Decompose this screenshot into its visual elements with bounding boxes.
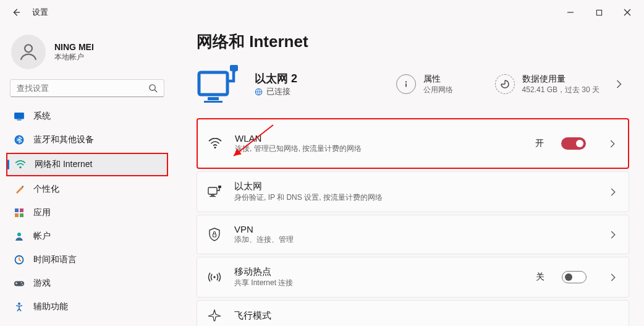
chevron-right-icon[interactable] — [606, 273, 620, 281]
sidebar-item-gaming[interactable]: 游戏 — [6, 273, 168, 294]
sidebar-item-apps[interactable]: 应用 — [6, 202, 168, 223]
svg-rect-21 — [232, 70, 235, 72]
svg-rect-30 — [213, 234, 216, 237]
svg-rect-29 — [218, 186, 221, 188]
card-airplane[interactable]: 飞行模式 — [197, 300, 629, 326]
titlebar: 设置 — [0, 0, 644, 25]
bluetooth-icon — [14, 134, 25, 145]
sidebar-item-label: 个性化 — [33, 184, 59, 195]
svg-rect-18 — [208, 97, 219, 100]
chevron-right-icon[interactable] — [612, 80, 625, 88]
sidebar-item-label: 帐户 — [33, 231, 51, 242]
chevron-right-icon[interactable] — [606, 140, 619, 148]
page-title: 网络和 Internet — [197, 31, 629, 53]
status-row: 以太网 2 已连接 属性 公用网络 数据使用量 452.41 GB， — [197, 65, 629, 103]
card-sub: 共享 Internet 连接 — [234, 278, 293, 288]
svg-point-31 — [213, 276, 215, 278]
minimize-icon — [567, 9, 574, 16]
svg-point-6 — [19, 166, 22, 169]
svg-rect-27 — [211, 195, 214, 196]
system-icon — [14, 111, 25, 122]
close-icon — [624, 9, 631, 16]
sidebar-item-label: 时间和语言 — [33, 254, 77, 265]
main-content: 网络和 Internet 以太网 2 已连接 属性 公用网络 — [174, 25, 644, 326]
close-button[interactable] — [613, 2, 642, 22]
properties-title: 属性 — [423, 74, 453, 85]
svg-rect-0 — [596, 10, 601, 15]
wlan-switch-label: 开 — [535, 138, 544, 149]
svg-rect-24 — [405, 84, 407, 87]
wlan-toggle[interactable] — [561, 137, 586, 150]
svg-point-25 — [214, 147, 216, 148]
hotspot-toggle[interactable] — [562, 271, 587, 283]
search-box[interactable] — [10, 79, 164, 97]
svg-point-16 — [18, 302, 20, 305]
avatar — [11, 35, 46, 69]
svg-rect-26 — [208, 187, 217, 194]
ethernet-big-icon — [197, 65, 242, 103]
sidebar-item-label: 应用 — [33, 207, 51, 218]
user-sub: 本地帐户 — [54, 52, 94, 62]
card-sub: 添加、连接、管理 — [234, 234, 294, 245]
maximize-button[interactable] — [585, 2, 613, 22]
sidebar-item-label: 游戏 — [33, 278, 51, 289]
sidebar-item-accessibility[interactable]: 辅助功能 — [6, 296, 168, 317]
svg-rect-8 — [20, 208, 23, 212]
connection-name: 以太网 2 — [255, 71, 297, 86]
sidebar-item-label: 网络和 Internet — [35, 159, 92, 170]
airplane-icon — [206, 309, 223, 322]
minimize-button[interactable] — [556, 2, 585, 22]
sidebar-item-accounts[interactable]: 帐户 — [6, 226, 168, 247]
apps-icon — [14, 207, 25, 218]
sidebar-item-label: 系统 — [33, 111, 51, 122]
svg-rect-28 — [210, 196, 216, 197]
wifi-icon — [15, 159, 26, 170]
properties-sub: 公用网络 — [423, 85, 453, 95]
sidebar-item-time-language[interactable]: 时间和语言 — [6, 249, 168, 270]
window-title: 设置 — [32, 7, 48, 18]
globe-icon — [255, 88, 263, 96]
data-usage-title: 数据使用量 — [522, 74, 600, 85]
svg-rect-17 — [199, 72, 227, 95]
back-arrow-icon — [12, 8, 20, 17]
accessibility-icon — [14, 301, 25, 312]
card-sub: 身份验证, IP 和 DNS 设置, 按流量计费的网络 — [234, 192, 383, 203]
card-vpn[interactable]: VPN 添加、连接、管理 — [197, 215, 629, 254]
sidebar-item-bluetooth[interactable]: 蓝牙和其他设备 — [6, 129, 168, 150]
clock-icon — [14, 254, 25, 265]
chevron-right-icon[interactable] — [606, 188, 620, 196]
sidebar-item-personalization[interactable]: 个性化 — [6, 179, 168, 200]
svg-point-23 — [405, 81, 406, 82]
svg-rect-3 — [14, 113, 24, 119]
chevron-right-icon[interactable] — [606, 231, 620, 239]
card-wlan[interactable]: WLAN 连接, 管理已知网络, 按流量计费的网络 开 — [197, 118, 629, 169]
card-title: VPN — [234, 224, 294, 234]
data-usage-block[interactable]: 数据使用量 452.41 GB，过去 30 天 — [495, 74, 600, 95]
card-sub: 连接, 管理已知网络, 按流量计费的网络 — [235, 144, 362, 154]
card-title: 以太网 — [234, 181, 383, 192]
shield-icon — [206, 228, 223, 241]
card-ethernet[interactable]: 以太网 身份验证, IP 和 DNS 设置, 按流量计费的网络 — [197, 171, 629, 212]
data-usage-icon — [495, 74, 515, 94]
user-block[interactable]: NING MEI 本地帐户 — [6, 30, 168, 79]
sidebar-item-network[interactable]: 网络和 Internet — [6, 153, 168, 176]
gaming-icon — [14, 278, 25, 289]
svg-point-14 — [21, 282, 22, 283]
card-title: 飞行模式 — [234, 310, 271, 322]
info-icon — [396, 74, 416, 94]
properties-block[interactable]: 属性 公用网络 — [396, 74, 453, 95]
svg-point-1 — [25, 45, 32, 52]
sidebar-item-label: 蓝牙和其他设备 — [33, 134, 94, 145]
maximize-icon — [596, 9, 603, 16]
brush-icon — [14, 184, 25, 195]
back-button[interactable] — [7, 4, 25, 21]
sidebar-item-system[interactable]: 系统 — [6, 106, 168, 127]
connection-status: 已连接 — [266, 86, 290, 97]
nav: 系统 蓝牙和其他设备 网络和 Internet 个性化 应用 帐户 — [6, 106, 168, 317]
search-input[interactable] — [17, 84, 148, 93]
svg-rect-19 — [204, 101, 222, 103]
card-hotspot[interactable]: 移动热点 共享 Internet 连接 关 — [197, 257, 629, 298]
sidebar-item-label: 辅助功能 — [33, 301, 68, 312]
svg-point-15 — [22, 284, 23, 285]
settings-cards: WLAN 连接, 管理已知网络, 按流量计费的网络 开 以太网 身份验证, IP… — [197, 118, 629, 326]
